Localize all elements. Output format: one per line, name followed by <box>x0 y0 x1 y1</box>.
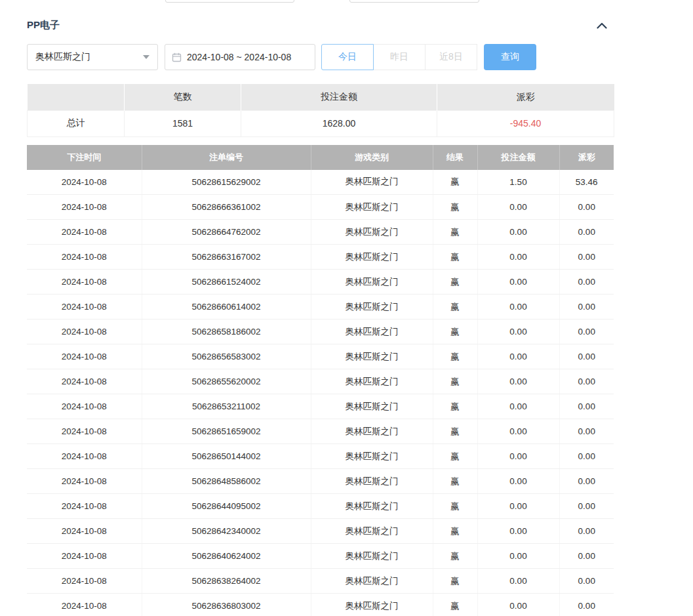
panel-title: PP电子 <box>27 19 60 31</box>
table-row: 2024-10-08 50628666361002 奥林匹斯之门 赢 0.00 … <box>27 195 614 220</box>
game-type-cell: 奥林匹斯之门 <box>311 344 433 369</box>
yesterday-button[interactable]: 昨日 <box>373 44 426 70</box>
bet-time-cell: 2024-10-08 <box>27 295 142 319</box>
game-type-cell: 奥林匹斯之门 <box>311 569 433 594</box>
bet-amount-cell: 0.00 <box>477 544 559 569</box>
chevron-down-icon <box>143 55 149 59</box>
bet-time-cell: 2024-10-08 <box>27 594 142 616</box>
result-cell: 赢 <box>433 295 477 319</box>
payout-cell: 0.00 <box>559 295 614 319</box>
bet-time-cell: 2024-10-08 <box>27 469 142 494</box>
summary-header-count: 笔数 <box>125 84 241 110</box>
payout-cell: 0.00 <box>559 594 614 616</box>
result-cell: 赢 <box>433 594 477 616</box>
bet-time-cell: 2024-10-08 <box>27 369 142 394</box>
game-type-cell: 奥林匹斯之门 <box>311 245 433 270</box>
result-cell: 赢 <box>433 544 477 569</box>
table-row: 2024-10-08 50628660614002 奥林匹斯之门 赢 0.00 … <box>27 295 614 319</box>
table-row: 2024-10-08 50628661524002 奥林匹斯之门 赢 0.00 … <box>27 270 614 295</box>
table-row: 2024-10-08 50628653211002 奥林匹斯之门 赢 0.00 … <box>27 394 614 419</box>
game-select[interactable]: 奥林匹斯之门 <box>27 44 158 70</box>
bet-id-cell: 50628661524002 <box>142 270 311 295</box>
header-bet-amount: 投注金额 <box>477 145 559 170</box>
bet-amount-cell: 0.00 <box>477 444 559 469</box>
game-type-cell: 奥林匹斯之门 <box>311 220 433 245</box>
result-cell: 赢 <box>433 494 477 519</box>
header-payout: 派彩 <box>559 145 614 170</box>
filter-bar: 奥林匹斯之门 2024-10-08 ~ 2024-10-08 今日 昨日 近8日… <box>27 44 614 70</box>
bet-table: 下注时间 注单编号 游戏类别 结果 投注金额 派彩 2024-10-08 506… <box>27 145 614 616</box>
bet-amount-cell: 0.00 <box>477 519 559 544</box>
result-cell: 赢 <box>433 519 477 544</box>
bet-id-cell: 50628666361002 <box>142 195 311 220</box>
summary-bet-amount-value: 1628.00 <box>241 110 437 136</box>
bet-id-cell: 50628644095002 <box>142 494 311 519</box>
result-cell: 赢 <box>433 195 477 220</box>
result-cell: 赢 <box>433 270 477 295</box>
game-type-cell: 奥林匹斯之门 <box>311 295 433 319</box>
bet-time-cell: 2024-10-08 <box>27 195 142 220</box>
last-8-days-button[interactable]: 近8日 <box>425 44 477 70</box>
bet-id-cell: 50628636803002 <box>142 594 311 616</box>
table-row: 2024-10-08 50628642340002 奥林匹斯之门 赢 0.00 … <box>27 519 614 544</box>
bet-id-cell: 50628663167002 <box>142 245 311 270</box>
game-type-cell: 奥林匹斯之门 <box>311 170 433 195</box>
bet-id-cell: 50628638264002 <box>142 569 311 594</box>
bet-amount-cell: 0.00 <box>477 469 559 494</box>
result-cell: 赢 <box>433 170 477 195</box>
bet-amount-cell: 0.00 <box>477 344 559 369</box>
table-row: 2024-10-08 50628615629002 奥林匹斯之门 赢 1.50 … <box>27 170 614 195</box>
payout-cell: 0.00 <box>559 220 614 245</box>
payout-cell: 0.00 <box>559 444 614 469</box>
result-cell: 赢 <box>433 444 477 469</box>
table-row: 2024-10-08 50628640624002 奥林匹斯之门 赢 0.00 … <box>27 544 614 569</box>
game-type-cell: 奥林匹斯之门 <box>311 419 433 444</box>
game-type-cell: 奥林匹斯之门 <box>311 494 433 519</box>
bet-amount-cell: 0.00 <box>477 394 559 419</box>
result-cell: 赢 <box>433 344 477 369</box>
payout-cell: 0.00 <box>559 319 614 344</box>
bet-time-cell: 2024-10-08 <box>27 270 142 295</box>
summary-count-value: 1581 <box>125 110 241 136</box>
bet-amount-cell: 0.00 <box>477 569 559 594</box>
game-type-cell: 奥林匹斯之门 <box>311 394 433 419</box>
calendar-icon <box>172 52 182 62</box>
payout-cell: 0.00 <box>559 494 614 519</box>
bet-amount-cell: 0.00 <box>477 369 559 394</box>
table-row: 2024-10-08 50628648586002 奥林匹斯之门 赢 0.00 … <box>27 469 614 494</box>
payout-cell: 0.00 <box>559 270 614 295</box>
payout-cell: 0.00 <box>559 544 614 569</box>
game-type-cell: 奥林匹斯之门 <box>311 270 433 295</box>
bet-time-cell: 2024-10-08 <box>27 544 142 569</box>
bet-time-cell: 2024-10-08 <box>27 569 142 594</box>
result-cell: 赢 <box>433 319 477 344</box>
collapse-button[interactable] <box>595 21 608 30</box>
table-row: 2024-10-08 50628664762002 奥林匹斯之门 赢 0.00 … <box>27 220 614 245</box>
bet-time-cell: 2024-10-08 <box>27 394 142 419</box>
game-select-value: 奥林匹斯之门 <box>35 51 90 63</box>
result-cell: 赢 <box>433 245 477 270</box>
bet-time-cell: 2024-10-08 <box>27 220 142 245</box>
game-type-cell: 奥林匹斯之门 <box>311 319 433 344</box>
date-range-input[interactable]: 2024-10-08 ~ 2024-10-08 <box>165 44 315 70</box>
today-button[interactable]: 今日 <box>321 44 374 70</box>
table-row: 2024-10-08 50628651659002 奥林匹斯之门 赢 0.00 … <box>27 419 614 444</box>
game-type-cell: 奥林匹斯之门 <box>311 544 433 569</box>
result-cell: 赢 <box>433 220 477 245</box>
bet-time-cell: 2024-10-08 <box>27 344 142 369</box>
bet-id-cell: 50628658186002 <box>142 319 311 344</box>
payout-cell: 0.00 <box>559 419 614 444</box>
result-cell: 赢 <box>433 569 477 594</box>
search-button[interactable]: 查询 <box>484 44 536 70</box>
bet-time-cell: 2024-10-08 <box>27 444 142 469</box>
bet-id-cell: 50628660614002 <box>142 295 311 319</box>
result-cell: 赢 <box>433 369 477 394</box>
header-bet-id: 注单编号 <box>142 145 311 170</box>
bet-amount-cell: 0.00 <box>477 594 559 616</box>
bet-table-header-row: 下注时间 注单编号 游戏类别 结果 投注金额 派彩 <box>27 145 614 170</box>
bet-time-cell: 2024-10-08 <box>27 319 142 344</box>
bet-id-cell: 50628655620002 <box>142 369 311 394</box>
bet-amount-cell: 0.00 <box>477 494 559 519</box>
bet-amount-cell: 0.00 <box>477 319 559 344</box>
table-row: 2024-10-08 50628656583002 奥林匹斯之门 赢 0.00 … <box>27 344 614 369</box>
